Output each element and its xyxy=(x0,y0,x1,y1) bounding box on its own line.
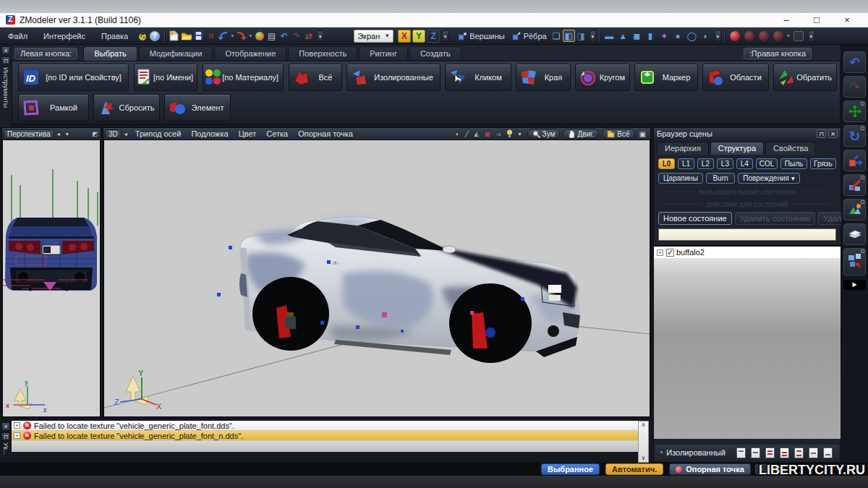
log-row-1[interactable]: + ✕ Failed to locate texture "vehicle_ge… xyxy=(12,421,638,431)
export-icon[interactable] xyxy=(235,30,247,42)
merge-tool-button[interactable] xyxy=(843,199,866,221)
wire-icon[interactable]: ◅ xyxy=(495,131,500,137)
scene-tab-structure[interactable]: Структура xyxy=(710,142,764,155)
select-isolated-button[interactable]: Изолированные xyxy=(346,64,441,91)
pivot-mode-button[interactable]: Опорная точка xyxy=(669,463,751,475)
primitive-cube-icon[interactable]: ◼ xyxy=(630,31,644,41)
texture-checker-icon[interactable]: ▦ xyxy=(485,131,490,137)
viewport-collapse-icon[interactable]: ◂ xyxy=(57,131,60,137)
doc-icon-7[interactable] xyxy=(823,448,833,458)
uv-mode-icon[interactable]: ◨ xyxy=(575,30,587,42)
select-reset-button[interactable]: Сбросить xyxy=(93,94,160,121)
select-areas-button[interactable]: Области xyxy=(702,64,769,91)
scroll-up-icon[interactable]: ∧ xyxy=(639,421,648,428)
menu-file[interactable]: Файл xyxy=(0,32,35,40)
scale-tool-button[interactable] xyxy=(843,150,866,171)
primitive-plane-icon[interactable]: ▬ xyxy=(603,31,616,41)
new-file-icon[interactable] xyxy=(168,30,180,42)
knife-tool-button[interactable] xyxy=(843,174,866,196)
new-state-button[interactable]: Новое состояние xyxy=(658,212,732,225)
material-red2-icon[interactable] xyxy=(744,31,754,41)
mode-dropdown-icon[interactable]: ▾ xyxy=(590,30,596,42)
scroll-down-icon[interactable]: ∨ xyxy=(639,455,648,461)
scene-tab-properties[interactable]: Свойства xyxy=(765,142,816,155)
slice-tool-button[interactable] xyxy=(843,223,866,245)
select-all-button[interactable]: Всё xyxy=(289,64,342,91)
shading-dropdown-icon[interactable]: ▾ xyxy=(519,131,522,137)
menu-edit[interactable]: Правка xyxy=(93,32,136,40)
state-name-input[interactable] xyxy=(658,228,836,241)
isolated-icon[interactable]: ◔ xyxy=(658,448,663,458)
shading-icon-2[interactable]: ╱ xyxy=(465,131,469,137)
doc-icon-1[interactable] xyxy=(736,448,746,458)
axis-z-button[interactable]: Z xyxy=(427,30,440,43)
select-circle-button[interactable]: Кругом xyxy=(575,64,630,91)
axis-y-button[interactable]: Y xyxy=(412,30,425,43)
layer-l0-button[interactable]: L0 xyxy=(658,158,675,169)
layer-l1-button[interactable]: L1 xyxy=(678,158,694,169)
select-by-name-button[interactable]: ✓[по Имени] xyxy=(134,64,197,91)
fit-all-button[interactable]: Всё xyxy=(602,129,634,139)
log-row-2[interactable]: + ✕ Failed to locate texture "vehicle_ge… xyxy=(12,431,638,441)
main-viewport[interactable]: 3D ◂ Трипод осей Подложка Цвет Сетка Опо… xyxy=(103,127,651,418)
log-scrollbar[interactable]: ∧ ∨ xyxy=(638,421,649,463)
perspective-viewport-canvas[interactable]: y z x xyxy=(3,140,100,416)
layer-col-button[interactable]: COL xyxy=(756,158,778,169)
save-icon[interactable] xyxy=(192,30,205,42)
select-frame-button[interactable]: Рамкой xyxy=(18,94,89,121)
light-icon[interactable] xyxy=(506,129,513,138)
log-expand-icon-1[interactable]: + xyxy=(14,422,20,429)
detach-tool-button[interactable] xyxy=(843,248,866,275)
coordinate-space-combo[interactable]: Экран▼ xyxy=(354,30,393,43)
edges-mode-button[interactable]: Рёбра xyxy=(509,29,550,43)
scene-tree[interactable]: + buffalo2 xyxy=(654,245,841,439)
primitive-dropdown-icon[interactable]: ▾ xyxy=(715,30,721,42)
main-viewport-canvas[interactable]: ‹T› Y Z X xyxy=(104,140,650,416)
move-tool-button[interactable] xyxy=(843,100,866,122)
toolbox-pin-icon[interactable]: ⊓ xyxy=(1,56,10,65)
open-folder-icon[interactable] xyxy=(180,30,192,42)
shading-icon-3[interactable]: ◭ xyxy=(475,131,479,137)
tab-create[interactable]: Создать xyxy=(409,46,461,61)
select-marker-button[interactable]: Маркер xyxy=(634,64,698,91)
menu-axis-tripod[interactable]: Трипод осей xyxy=(135,129,182,138)
doc-icon-3[interactable] xyxy=(765,448,775,458)
objects-mode-icon[interactable]: ◧ xyxy=(563,30,575,42)
maximize-button[interactable]: □ xyxy=(801,14,832,25)
undo-tool-button[interactable]: ↶ xyxy=(843,51,866,73)
sync-icon[interactable]: ⇄ xyxy=(302,30,315,42)
doc-icon-6[interactable] xyxy=(809,448,818,458)
rotate-tool-button[interactable]: ↻ xyxy=(843,125,866,147)
toolbox-close-icon[interactable]: ✕ xyxy=(1,46,10,55)
tab-rigging[interactable]: Риггинг xyxy=(359,46,408,61)
tree-checkbox[interactable] xyxy=(666,249,674,257)
axis-dropdown-icon[interactable]: ▾ xyxy=(442,30,448,42)
layer-l3-button[interactable]: L3 xyxy=(717,158,733,169)
delete-icon[interactable]: ✖ xyxy=(205,30,217,42)
shading-icon-1[interactable]: ◐ xyxy=(456,131,459,137)
viewport-collapse-icon-main[interactable]: ◂ xyxy=(124,131,127,137)
vertices-mode-button[interactable]: Вершины xyxy=(454,29,509,43)
perspective-viewport[interactable]: Перспектива ◂ ▾ ◩ xyxy=(1,127,101,418)
pan-button[interactable]: Двиг. xyxy=(563,129,599,139)
tree-item-buffalo2[interactable]: + buffalo2 xyxy=(654,247,841,258)
select-click-button[interactable]: Кликом xyxy=(445,64,511,91)
primitive-cone-icon[interactable]: ▲ xyxy=(616,31,630,41)
tree-expand-icon[interactable]: + xyxy=(657,249,663,256)
select-element-button[interactable]: Элемент xyxy=(164,94,231,121)
log-pin-icon[interactable]: ⊓ xyxy=(1,432,10,441)
export-dropdown-icon[interactable]: ▾ xyxy=(247,30,253,42)
doc-icon-2[interactable] xyxy=(751,448,760,458)
material-red3-icon[interactable] xyxy=(759,31,769,41)
close-button[interactable]: × xyxy=(832,14,862,25)
clipboard-icon[interactable]: ▤ xyxy=(265,30,278,42)
minimize-button[interactable]: – xyxy=(771,14,801,25)
select-by-material-button[interactable]: [по Материалу] xyxy=(203,64,284,91)
scene-pin-icon[interactable]: ⊓ xyxy=(817,129,826,138)
log-expand-icon-2[interactable]: + xyxy=(14,432,20,439)
menu-pivot[interactable]: Опорная точка xyxy=(298,129,353,138)
menu-background[interactable]: Подложка xyxy=(191,129,228,138)
tab-display[interactable]: Отображение xyxy=(214,46,286,61)
select-by-id-button[interactable]: ID[по ID или Свойству] xyxy=(18,64,129,91)
log-close-icon[interactable]: ✕ xyxy=(1,422,10,431)
